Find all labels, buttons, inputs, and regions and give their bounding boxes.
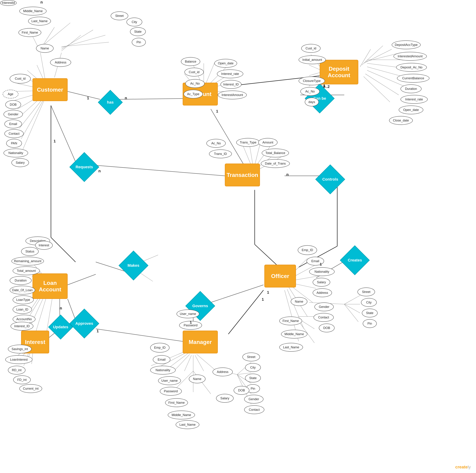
svg-line-15 xyxy=(68,299,76,320)
attr-loan-id: Loan_ID xyxy=(13,305,32,314)
attr-age: Age xyxy=(3,90,18,98)
attr-dob-off: DOB xyxy=(319,324,335,332)
svg-line-45 xyxy=(205,63,214,84)
attr-middle-name: Middle_Name xyxy=(19,7,47,16)
card-trans-ctrl: n xyxy=(286,172,289,177)
attr-total-balance: Total_Balance xyxy=(262,148,289,157)
attr-ac-type: Ac_Type xyxy=(184,90,203,98)
attr-ac-no-dep: Ac_No xyxy=(300,87,320,96)
attr-state-off: State xyxy=(362,309,378,317)
attr-total-amount: Total_amount xyxy=(13,266,40,275)
attr-trans-id: Trans_ID xyxy=(209,149,232,158)
attr-cust-id: Cust_id xyxy=(10,74,31,84)
svg-line-40 xyxy=(62,30,93,49)
entity-customer: Customer xyxy=(33,78,68,101)
entity-officer: Officer xyxy=(264,265,296,288)
rel-updates: Updates xyxy=(48,315,73,339)
attr-contact-mgr: Contact xyxy=(244,405,264,414)
attr-status: Status xyxy=(21,247,39,256)
svg-line-32 xyxy=(21,96,46,139)
attr-interest-rate-dep: Interest_rate xyxy=(400,95,428,104)
attr-fd-int: FD_int xyxy=(13,375,31,384)
card-officer-creates: 1 xyxy=(320,262,322,267)
card-approves-mgr: 1 xyxy=(97,329,99,333)
attr-duration-loan: Duration xyxy=(10,276,32,285)
svg-line-5 xyxy=(96,165,225,176)
svg-line-37 xyxy=(40,23,70,48)
attr-dob-mgr: DOB xyxy=(234,386,249,395)
entity-loan-account: LoanAccount xyxy=(33,273,68,299)
attr-nationality: Nationality xyxy=(3,148,28,157)
attr-rd-int: RD_int xyxy=(8,366,25,375)
card-acc-trans: 1 xyxy=(216,109,218,114)
attr-middle-name-mgr: Middle_Name xyxy=(168,411,195,419)
card-has-account: n xyxy=(125,96,127,100)
attr-loan-type: LoanType xyxy=(13,295,34,304)
svg-line-1 xyxy=(119,98,185,99)
attr-close-date: Close_date xyxy=(389,116,413,125)
attr-gender-mgr: Gender xyxy=(244,395,263,403)
attr-name-off: Name xyxy=(291,297,307,306)
rel-controls: Controls xyxy=(315,164,345,194)
attr-interest-amount: InterestAmount xyxy=(218,91,247,99)
attr-interest-id-int: Interest_ID xyxy=(11,322,33,330)
attr-address: Address xyxy=(50,58,71,67)
svg-line-10 xyxy=(255,244,279,267)
attr-salary-off: Salary xyxy=(313,278,330,287)
attr-state: State xyxy=(130,27,146,36)
card-customer-has: 1 xyxy=(87,96,89,100)
svg-line-69 xyxy=(255,144,260,165)
card-dep-canbe: 0..2 xyxy=(323,84,330,89)
attr-nationality-off: Nationality xyxy=(309,267,335,276)
attr-gender: Gender xyxy=(3,110,23,119)
card-int-updates: n xyxy=(40,0,43,5)
svg-line-19 xyxy=(228,290,263,334)
attr-name-mgr: Name xyxy=(189,375,205,383)
svg-line-42 xyxy=(62,42,109,47)
attr-initial-amount: Initial_amount xyxy=(299,55,326,64)
svg-line-53 xyxy=(364,49,392,63)
attr-closure-type: ClosureType xyxy=(299,76,325,85)
attr-duration-dep: Duration xyxy=(400,84,422,93)
attr-user-name-mgr: User_name xyxy=(158,376,181,385)
attr-interest-id: Interest_ID xyxy=(221,80,241,89)
card-officer-mgr: 1 xyxy=(267,290,269,295)
attr-date-of-loan: Date_Of_Loan xyxy=(10,286,35,294)
entity-deposit-account: DepositAccount xyxy=(320,60,358,84)
attr-first-name: First_Name xyxy=(18,28,41,37)
attr-date-of-trans: Date_of_Trans xyxy=(261,159,290,168)
attr-dep-acc-type: DepositAccType xyxy=(392,40,421,49)
attr-pan: PAN xyxy=(6,139,22,148)
attr-deposit-ac-no: Deposit_Ac_No xyxy=(396,63,427,72)
svg-line-101 xyxy=(176,354,190,369)
svg-line-60 xyxy=(364,76,390,102)
attr-address-mgr: Address xyxy=(213,367,233,376)
svg-line-18 xyxy=(211,285,263,302)
attr-user-name-gov: User_name xyxy=(176,309,199,318)
attr-street: Street xyxy=(111,11,128,20)
attr-nationality-mgr: Nationality xyxy=(150,366,176,375)
svg-line-81 xyxy=(35,294,47,334)
svg-line-16 xyxy=(96,329,193,343)
card-req-trans: n xyxy=(98,169,101,173)
attr-trans-type: Trans_Type xyxy=(236,138,260,147)
card-mgr-gov: 1 xyxy=(190,320,192,325)
svg-line-67 xyxy=(242,144,251,165)
svg-line-12 xyxy=(51,237,76,262)
attr-balance: Balance xyxy=(181,57,200,66)
svg-line-33 xyxy=(23,97,46,149)
attr-last-name-off: Last_Name xyxy=(279,343,303,352)
attr-loan-interest: LoanInterest xyxy=(5,355,33,364)
rel-has: has xyxy=(98,90,123,115)
svg-line-14 xyxy=(68,274,96,285)
attr-interest-id-dep: InterestId xyxy=(0,0,17,6)
attr-city-mgr: City xyxy=(245,363,261,372)
attr-address-off: Address xyxy=(313,288,332,297)
attr-last-name-mgr: Last_Name xyxy=(176,420,199,429)
attr-street-mgr: Street xyxy=(242,353,260,361)
rel-approves: Approves xyxy=(69,309,99,339)
attr-pin-off: Pin xyxy=(363,319,377,328)
attr-last-name: Last_Name xyxy=(28,17,51,25)
attr-salary-mgr: Salary xyxy=(216,394,234,403)
attr-cust-id-dep: Cust_id xyxy=(301,44,321,53)
